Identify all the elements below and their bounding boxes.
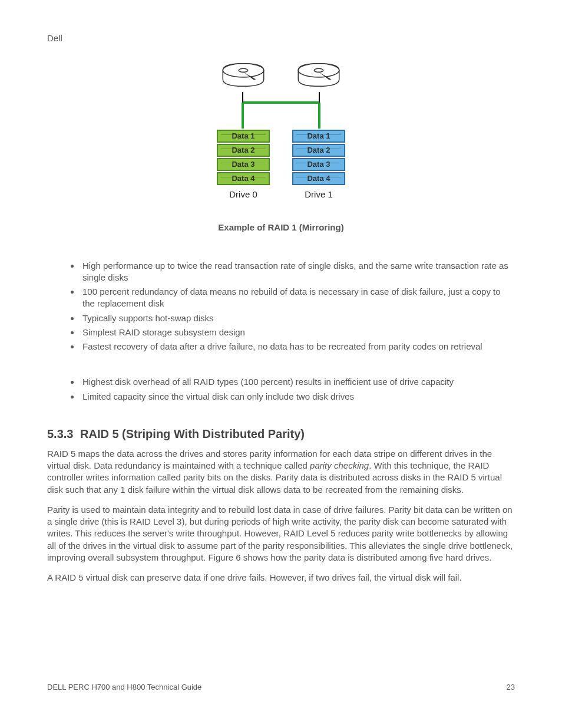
data-block: Data 3 xyxy=(217,158,270,171)
list-item: Highest disk overhead of all RAID types … xyxy=(80,376,515,388)
drive-label: Drive 1 xyxy=(305,189,333,200)
section-number: 5.3.3 xyxy=(47,426,80,442)
data-stacks-row: Data 1Data 2Data 3Data 4Drive 0Data 1Dat… xyxy=(213,130,349,200)
data-stack: Data 1Data 2Data 3Data 4Drive 0 xyxy=(217,130,270,200)
data-stack: Data 1Data 2Data 3Data 4Drive 1 xyxy=(292,130,345,200)
data-block: Data 4 xyxy=(217,172,270,185)
connector-bus xyxy=(213,91,349,130)
data-block: Data 4 xyxy=(292,172,345,185)
disk-icon xyxy=(295,59,342,91)
list-item: Limited capacity since the virtual disk … xyxy=(80,391,515,403)
data-block: Data 2 xyxy=(292,144,345,157)
section-title: RAID 5 (Striping With Distributed Parity… xyxy=(80,426,305,442)
disk-icons-row xyxy=(213,59,349,91)
list-item: 100 percent redundancy of data means no … xyxy=(80,286,515,310)
data-block: Data 2 xyxy=(217,144,270,157)
brand-label: Dell xyxy=(47,32,62,44)
disk-icon xyxy=(220,59,267,91)
drive-label: Drive 0 xyxy=(229,189,257,200)
page-footer: DELL PERC H700 and H800 Technical Guide … xyxy=(47,682,515,693)
list-item: High performance up to twice the read tr… xyxy=(80,260,515,284)
footer-page-number: 23 xyxy=(507,682,515,693)
paragraph: Parity is used to maintain data integrit… xyxy=(47,504,515,564)
disadvantages-list: Highest disk overhead of all RAID types … xyxy=(47,376,515,403)
page-content: Data 1Data 2Data 3Data 4Drive 0Data 1Dat… xyxy=(47,53,515,592)
list-item: Typically supports hot-swap disks xyxy=(80,312,515,324)
data-block: Data 1 xyxy=(217,130,270,143)
data-block: Data 1 xyxy=(292,130,345,143)
data-block: Data 3 xyxy=(292,158,345,171)
list-item: Simplest RAID storage subsystem design xyxy=(80,327,515,338)
section-heading: 5.3.3 RAID 5 (Striping With Distributed … xyxy=(47,426,515,442)
paragraph: RAID 5 maps the data across the drives a… xyxy=(47,448,515,496)
svg-point-0 xyxy=(223,64,263,77)
list-item: Fastest recovery of data after a drive f… xyxy=(80,341,515,353)
advantages-list: High performance up to twice the read tr… xyxy=(47,260,515,353)
footer-doc-title: DELL PERC H700 and H800 Technical Guide xyxy=(47,682,201,693)
svg-point-2 xyxy=(298,64,339,77)
parity-checking-term: parity checking xyxy=(310,460,369,470)
raid1-figure: Data 1Data 2Data 3Data 4Drive 0Data 1Dat… xyxy=(47,59,515,234)
paragraph: A RAID 5 virtual disk can preserve data … xyxy=(47,572,515,584)
figure-caption: Example of RAID 1 (Mirroring) xyxy=(47,222,515,233)
